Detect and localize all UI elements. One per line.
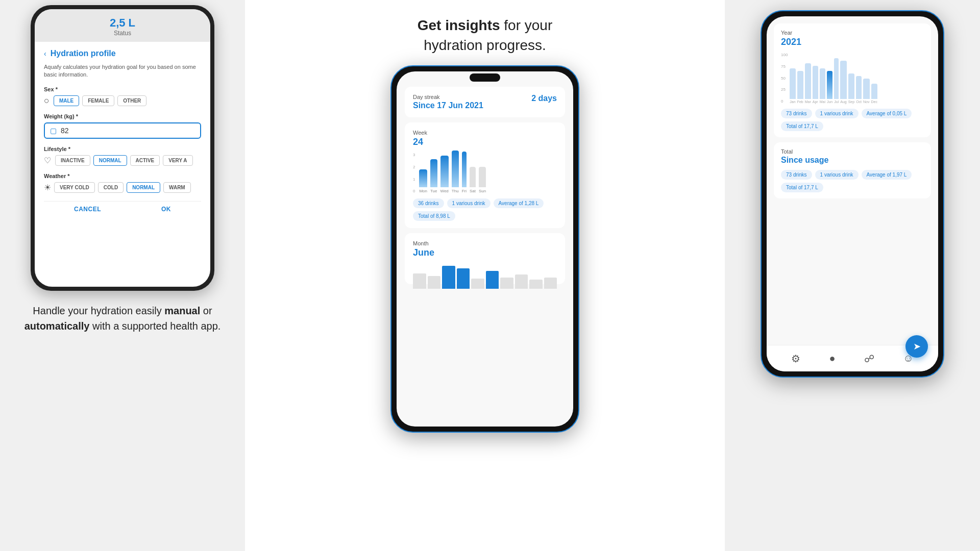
week-bar-label: Sun [479, 189, 486, 193]
profile-title: Hydration profile [51, 49, 116, 58]
year-bar [871, 84, 877, 99]
lifestyle-inactive-button[interactable]: INACTIVE [55, 155, 90, 166]
week-bar-label: Thu [452, 189, 459, 193]
month-card: Month June [405, 233, 565, 284]
lifestyle-options: INACTIVE NORMAL ACTIVE VERY A [55, 155, 193, 166]
weight-section: Weight (kg) * ▢ 82 [44, 113, 201, 139]
year-bar-label: Jun [827, 100, 832, 104]
week-stats-row: 36 drinks1 various drinkAverage of 1,28 … [413, 198, 557, 208]
left-text-auto: automatically [24, 320, 90, 332]
phone-screen-right: Year 2021 100 75 50 25 0 JanFebMarAprMai… [767, 16, 938, 371]
sex-options: MALE FEMALE OTHER [54, 95, 146, 106]
weather-vcold-button[interactable]: VERY COLD [54, 182, 95, 193]
phone-left: 2,5 L Status ‹ Hydration profile Aquafy … [31, 5, 214, 291]
phone-notch [470, 73, 500, 82]
lifestyle-active-button[interactable]: ACTIVE [130, 155, 160, 166]
total-stat-badge: Average of 1,97 L [862, 170, 912, 180]
year-bar-chart: JanFebMarAprMaiJunJulAugSepOctNovDec [790, 53, 877, 104]
year-bar-col: Nov [863, 79, 869, 104]
lifestyle-verya-button[interactable]: VERY A [163, 155, 192, 166]
bottom-nav: ⚙ ● ☍ ☺ ➤ [767, 345, 938, 371]
year-bar-label: Jul [834, 100, 839, 104]
week-bar [440, 156, 449, 187]
year-bar-col: Sep [848, 73, 854, 104]
year-stat-badge: 73 drinks [781, 109, 812, 118]
sex-other-button[interactable]: OTHER [117, 95, 146, 106]
year-bar-label: Nov [863, 100, 869, 104]
middle-headline: Get insights for yourhydration progress. [407, 0, 563, 65]
month-label: Month [413, 240, 557, 246]
settings-nav-icon[interactable]: ⚙ [791, 353, 800, 365]
year-bar [863, 79, 869, 99]
total-stat-badge: 73 drinks [781, 170, 812, 180]
headline-bold: Get insights [418, 17, 500, 33]
year-bar-col: Jun [827, 71, 832, 104]
year-bar-label: Dec [871, 100, 877, 104]
left-text-part1: Handle your hydration easily manual or a… [24, 305, 221, 332]
left-text-manual: manual [164, 305, 200, 316]
year-label: Year [781, 30, 924, 36]
week-bar [419, 169, 427, 187]
week-bar-col: Tue [430, 159, 437, 193]
year-bar [797, 71, 803, 99]
year-bar-label: Mai [820, 100, 825, 104]
year-bar-label: Mar [805, 100, 811, 104]
drop-nav-icon[interactable]: ● [829, 353, 836, 364]
year-bar-col: Jul [834, 58, 839, 104]
weight-input-row[interactable]: ▢ 82 [44, 122, 201, 139]
year-bar-col: Feb [797, 71, 803, 104]
week-total-badge: Total of 8,98 L [413, 211, 455, 221]
year-bar-col: Dec [871, 84, 877, 104]
lifestyle-row: ♡ INACTIVE NORMAL ACTIVE VERY A [44, 155, 201, 166]
week-total-badge: Total of 8,98 L [413, 208, 557, 221]
lifestyle-normal-button[interactable]: NORMAL [93, 155, 127, 166]
weather-cold-button[interactable]: COLD [98, 182, 124, 193]
year-stat-badge: 1 various drink [815, 109, 859, 118]
action-row: CANCEL OK [44, 201, 201, 213]
weight-icon: ▢ [50, 127, 57, 135]
year-bar [820, 68, 825, 99]
year-stat-badge: Average of 0,05 L [862, 109, 912, 118]
week-bar-col: Mon [419, 169, 427, 193]
sex-label: Sex * [44, 86, 201, 92]
week-bar-label: Mon [419, 189, 427, 193]
week-bar-label: Wed [440, 189, 449, 193]
y-0: 0 [413, 189, 415, 193]
chart-nav-icon[interactable]: ☍ [864, 353, 874, 365]
year-card: Year 2021 100 75 50 25 0 JanFebMarAprMai… [774, 23, 931, 137]
year-bar [813, 66, 818, 99]
profile-title-row: ‹ Hydration profile [44, 49, 201, 58]
weather-normal-button[interactable]: NORMAL [127, 182, 160, 193]
mid-content: 2 days Day streak Since 17 Jun 2021 Week… [397, 71, 573, 294]
status-label: Status [114, 30, 131, 37]
month-mini-chart [413, 263, 557, 289]
status-number: 2,5 L [110, 16, 135, 30]
sex-female-button[interactable]: FEMALE [82, 95, 114, 106]
week-bar-chart: MonTueWedThuFriSatSun [417, 153, 488, 193]
week-bar-col: Sun [479, 167, 486, 193]
year-stats-row: 73 drinks1 various drinkAverage of 0,05 … [781, 109, 924, 118]
year-total-badge: Total of 17,7 L [781, 121, 823, 131]
fab-button[interactable]: ➤ [905, 335, 928, 358]
weather-warm-button[interactable]: WARM [163, 182, 191, 193]
cancel-button[interactable]: CANCEL [74, 206, 101, 213]
ok-button[interactable]: OK [161, 206, 171, 213]
total-section-label: Total [781, 148, 924, 155]
total-total-badge-inner: Total of 17,7 L [781, 183, 823, 192]
year-bar-label: Aug [840, 100, 846, 104]
day-streak-card: 2 days Day streak Since 17 Jun 2021 [405, 87, 565, 117]
week-bar-label: Tue [430, 189, 437, 193]
right-section: Year 2021 100 75 50 25 0 JanFebMarAprMai… [725, 0, 980, 551]
week-bar-label: Fri [462, 189, 467, 193]
phone-right: Year 2021 100 75 50 25 0 JanFebMarAprMai… [761, 10, 944, 378]
total-section-value: Since usage [781, 156, 924, 165]
sex-male-button[interactable]: MALE [54, 95, 79, 106]
year-bar-col: Aug [840, 61, 846, 104]
y-75: 75 [781, 64, 788, 69]
sun-icon: ☀ [44, 183, 51, 192]
y-3: 3 [413, 153, 415, 157]
weight-label: Weight (kg) * [44, 113, 201, 119]
person-icon: ○ [44, 95, 50, 106]
sex-row: ○ MALE FEMALE OTHER [44, 95, 201, 106]
year-bar [856, 76, 862, 99]
